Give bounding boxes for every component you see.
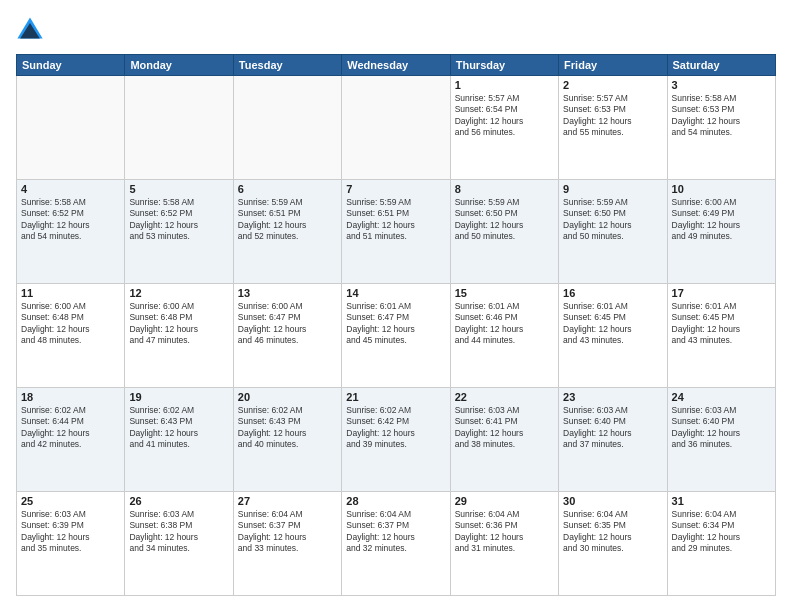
day-cell-7: 7Sunrise: 5:59 AM Sunset: 6:51 PM Daylig… <box>342 180 450 284</box>
day-number: 9 <box>563 183 662 195</box>
day-cell-1: 1Sunrise: 5:57 AM Sunset: 6:54 PM Daylig… <box>450 76 558 180</box>
day-cell-31: 31Sunrise: 6:04 AM Sunset: 6:34 PM Dayli… <box>667 492 775 596</box>
day-cell-2: 2Sunrise: 5:57 AM Sunset: 6:53 PM Daylig… <box>559 76 667 180</box>
day-number: 26 <box>129 495 228 507</box>
day-info: Sunrise: 6:01 AM Sunset: 6:46 PM Dayligh… <box>455 301 554 347</box>
day-number: 23 <box>563 391 662 403</box>
day-cell-13: 13Sunrise: 6:00 AM Sunset: 6:47 PM Dayli… <box>233 284 341 388</box>
day-number: 19 <box>129 391 228 403</box>
day-number: 1 <box>455 79 554 91</box>
day-cell-18: 18Sunrise: 6:02 AM Sunset: 6:44 PM Dayli… <box>17 388 125 492</box>
day-info: Sunrise: 6:04 AM Sunset: 6:37 PM Dayligh… <box>346 509 445 555</box>
empty-cell <box>233 76 341 180</box>
weekday-header-tuesday: Tuesday <box>233 55 341 76</box>
day-info: Sunrise: 6:00 AM Sunset: 6:49 PM Dayligh… <box>672 197 771 243</box>
page: SundayMondayTuesdayWednesdayThursdayFrid… <box>0 0 792 612</box>
day-info: Sunrise: 6:02 AM Sunset: 6:42 PM Dayligh… <box>346 405 445 451</box>
day-info: Sunrise: 6:04 AM Sunset: 6:37 PM Dayligh… <box>238 509 337 555</box>
day-cell-16: 16Sunrise: 6:01 AM Sunset: 6:45 PM Dayli… <box>559 284 667 388</box>
day-cell-6: 6Sunrise: 5:59 AM Sunset: 6:51 PM Daylig… <box>233 180 341 284</box>
logo <box>16 16 48 44</box>
calendar-row-0: 1Sunrise: 5:57 AM Sunset: 6:54 PM Daylig… <box>17 76 776 180</box>
day-number: 11 <box>21 287 120 299</box>
day-info: Sunrise: 6:00 AM Sunset: 6:48 PM Dayligh… <box>21 301 120 347</box>
day-cell-3: 3Sunrise: 5:58 AM Sunset: 6:53 PM Daylig… <box>667 76 775 180</box>
day-number: 18 <box>21 391 120 403</box>
day-number: 20 <box>238 391 337 403</box>
day-info: Sunrise: 6:03 AM Sunset: 6:38 PM Dayligh… <box>129 509 228 555</box>
day-number: 14 <box>346 287 445 299</box>
day-cell-19: 19Sunrise: 6:02 AM Sunset: 6:43 PM Dayli… <box>125 388 233 492</box>
day-number: 29 <box>455 495 554 507</box>
weekday-header-monday: Monday <box>125 55 233 76</box>
day-cell-9: 9Sunrise: 5:59 AM Sunset: 6:50 PM Daylig… <box>559 180 667 284</box>
weekday-header-friday: Friday <box>559 55 667 76</box>
header <box>16 16 776 44</box>
day-cell-30: 30Sunrise: 6:04 AM Sunset: 6:35 PM Dayli… <box>559 492 667 596</box>
day-info: Sunrise: 5:59 AM Sunset: 6:51 PM Dayligh… <box>238 197 337 243</box>
day-number: 3 <box>672 79 771 91</box>
day-info: Sunrise: 5:59 AM Sunset: 6:51 PM Dayligh… <box>346 197 445 243</box>
day-info: Sunrise: 6:03 AM Sunset: 6:40 PM Dayligh… <box>563 405 662 451</box>
day-info: Sunrise: 6:04 AM Sunset: 6:35 PM Dayligh… <box>563 509 662 555</box>
day-info: Sunrise: 5:58 AM Sunset: 6:52 PM Dayligh… <box>129 197 228 243</box>
logo-icon <box>16 16 44 44</box>
day-cell-28: 28Sunrise: 6:04 AM Sunset: 6:37 PM Dayli… <box>342 492 450 596</box>
day-cell-17: 17Sunrise: 6:01 AM Sunset: 6:45 PM Dayli… <box>667 284 775 388</box>
day-info: Sunrise: 5:59 AM Sunset: 6:50 PM Dayligh… <box>563 197 662 243</box>
day-info: Sunrise: 6:02 AM Sunset: 6:43 PM Dayligh… <box>129 405 228 451</box>
day-number: 28 <box>346 495 445 507</box>
day-info: Sunrise: 6:03 AM Sunset: 6:39 PM Dayligh… <box>21 509 120 555</box>
day-number: 21 <box>346 391 445 403</box>
day-info: Sunrise: 5:57 AM Sunset: 6:53 PM Dayligh… <box>563 93 662 139</box>
day-number: 10 <box>672 183 771 195</box>
day-info: Sunrise: 6:04 AM Sunset: 6:36 PM Dayligh… <box>455 509 554 555</box>
day-info: Sunrise: 6:01 AM Sunset: 6:45 PM Dayligh… <box>672 301 771 347</box>
weekday-header-sunday: Sunday <box>17 55 125 76</box>
day-info: Sunrise: 6:01 AM Sunset: 6:47 PM Dayligh… <box>346 301 445 347</box>
day-cell-11: 11Sunrise: 6:00 AM Sunset: 6:48 PM Dayli… <box>17 284 125 388</box>
weekday-header-saturday: Saturday <box>667 55 775 76</box>
day-cell-8: 8Sunrise: 5:59 AM Sunset: 6:50 PM Daylig… <box>450 180 558 284</box>
day-info: Sunrise: 6:03 AM Sunset: 6:41 PM Dayligh… <box>455 405 554 451</box>
empty-cell <box>342 76 450 180</box>
day-number: 7 <box>346 183 445 195</box>
day-number: 24 <box>672 391 771 403</box>
day-cell-29: 29Sunrise: 6:04 AM Sunset: 6:36 PM Dayli… <box>450 492 558 596</box>
day-number: 4 <box>21 183 120 195</box>
weekday-header-wednesday: Wednesday <box>342 55 450 76</box>
day-cell-26: 26Sunrise: 6:03 AM Sunset: 6:38 PM Dayli… <box>125 492 233 596</box>
day-info: Sunrise: 6:01 AM Sunset: 6:45 PM Dayligh… <box>563 301 662 347</box>
day-cell-24: 24Sunrise: 6:03 AM Sunset: 6:40 PM Dayli… <box>667 388 775 492</box>
day-cell-20: 20Sunrise: 6:02 AM Sunset: 6:43 PM Dayli… <box>233 388 341 492</box>
day-info: Sunrise: 6:02 AM Sunset: 6:44 PM Dayligh… <box>21 405 120 451</box>
day-cell-23: 23Sunrise: 6:03 AM Sunset: 6:40 PM Dayli… <box>559 388 667 492</box>
day-info: Sunrise: 5:57 AM Sunset: 6:54 PM Dayligh… <box>455 93 554 139</box>
day-number: 25 <box>21 495 120 507</box>
day-info: Sunrise: 5:58 AM Sunset: 6:53 PM Dayligh… <box>672 93 771 139</box>
empty-cell <box>125 76 233 180</box>
calendar-row-1: 4Sunrise: 5:58 AM Sunset: 6:52 PM Daylig… <box>17 180 776 284</box>
day-info: Sunrise: 5:58 AM Sunset: 6:52 PM Dayligh… <box>21 197 120 243</box>
calendar-row-2: 11Sunrise: 6:00 AM Sunset: 6:48 PM Dayli… <box>17 284 776 388</box>
calendar-table: SundayMondayTuesdayWednesdayThursdayFrid… <box>16 54 776 596</box>
weekday-header-thursday: Thursday <box>450 55 558 76</box>
day-cell-14: 14Sunrise: 6:01 AM Sunset: 6:47 PM Dayli… <box>342 284 450 388</box>
day-number: 16 <box>563 287 662 299</box>
day-info: Sunrise: 6:00 AM Sunset: 6:47 PM Dayligh… <box>238 301 337 347</box>
calendar-row-3: 18Sunrise: 6:02 AM Sunset: 6:44 PM Dayli… <box>17 388 776 492</box>
day-cell-4: 4Sunrise: 5:58 AM Sunset: 6:52 PM Daylig… <box>17 180 125 284</box>
day-number: 8 <box>455 183 554 195</box>
day-number: 6 <box>238 183 337 195</box>
day-cell-22: 22Sunrise: 6:03 AM Sunset: 6:41 PM Dayli… <box>450 388 558 492</box>
day-number: 27 <box>238 495 337 507</box>
day-cell-25: 25Sunrise: 6:03 AM Sunset: 6:39 PM Dayli… <box>17 492 125 596</box>
day-cell-10: 10Sunrise: 6:00 AM Sunset: 6:49 PM Dayli… <box>667 180 775 284</box>
day-number: 13 <box>238 287 337 299</box>
day-number: 15 <box>455 287 554 299</box>
empty-cell <box>17 76 125 180</box>
day-info: Sunrise: 6:04 AM Sunset: 6:34 PM Dayligh… <box>672 509 771 555</box>
day-cell-15: 15Sunrise: 6:01 AM Sunset: 6:46 PM Dayli… <box>450 284 558 388</box>
day-number: 2 <box>563 79 662 91</box>
day-cell-5: 5Sunrise: 5:58 AM Sunset: 6:52 PM Daylig… <box>125 180 233 284</box>
